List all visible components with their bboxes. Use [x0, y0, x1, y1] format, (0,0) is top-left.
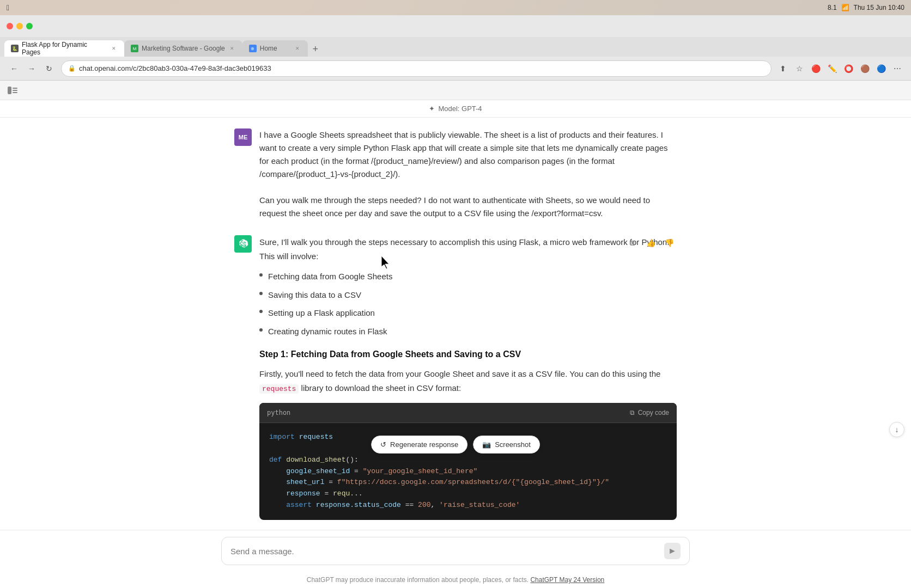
gpt-avatar — [234, 235, 252, 253]
gpt-message: Sure, I'll walk you through the steps ne… — [234, 235, 677, 528]
thumbs-up-button[interactable]: 👍 — [643, 235, 658, 250]
title-bar — [0, 15, 911, 37]
menubar-right: 8.1 📶 Thu 15 Jun 10:40 — [828, 4, 904, 11]
apple-logo-icon[interactable]:  — [7, 3, 9, 12]
tab-favicon-home: ⊕ — [249, 45, 257, 52]
user-para-2: Can you walk me through the steps needed… — [259, 194, 677, 220]
tab-close-marketing[interactable]: ✕ — [228, 45, 236, 52]
browser-window: 🐍 Flask App for Dynamic Pages ✕ M Market… — [0, 15, 911, 588]
regenerate-icon: ↺ — [380, 440, 386, 449]
code-header: python ⧉ Copy code — [259, 403, 677, 423]
svg-rect-2 — [13, 90, 17, 91]
extension-icon-1[interactable]: 🔴 — [809, 62, 823, 76]
regenerate-label: Regenerate response — [390, 440, 458, 449]
extension-icon-2[interactable]: ✏️ — [825, 62, 839, 76]
share-icon[interactable]: ⬆ — [776, 62, 790, 76]
user-message-text: I have a Google Sheets spreadsheet that … — [259, 128, 677, 220]
bottom-action-bar: ↺ Regenerate response 📷 Screenshot — [371, 436, 540, 454]
footer: ChatGPT may produce inaccurate informati… — [0, 572, 911, 588]
copy-label: Copy code — [638, 407, 669, 418]
forward-button[interactable]: → — [24, 61, 39, 76]
tab-favicon-flask: 🐍 — [11, 45, 19, 52]
tab-flask-app[interactable]: 🐍 Flask App for Dynamic Pages ✕ — [4, 40, 124, 57]
extension-icon-3[interactable]: ⭕ — [841, 62, 855, 76]
chat-area[interactable]: ME I have a Google Sheets spreadsheet th… — [0, 118, 911, 530]
tab-label-flask: Flask App for Dynamic Pages — [22, 41, 107, 56]
bullet-text-2: Saving this data to a CSV — [268, 288, 361, 302]
svg-rect-3 — [13, 92, 17, 93]
bullet-icon — [259, 310, 263, 313]
more-options-icon[interactable]: ⋯ — [890, 62, 904, 76]
bullet-text-1: Fetching data from Google Sheets — [268, 270, 392, 284]
step1-heading: Step 1: Fetching Data from Google Sheets… — [259, 347, 677, 362]
tab-label-home: Home — [260, 45, 277, 52]
sidebar-section — [0, 81, 911, 100]
list-item: Fetching data from Google Sheets — [259, 270, 677, 284]
code-language-label: python — [267, 407, 290, 418]
close-button[interactable] — [7, 23, 13, 29]
gpt-content: Sure, I'll walk you through the steps ne… — [259, 235, 677, 528]
tab-marketing[interactable]: M Marketing Software - Google ✕ — [124, 40, 242, 57]
screenshot-button[interactable]: 📷 Screenshot — [473, 436, 540, 454]
tabs-bar: 🐍 Flask App for Dynamic Pages ✕ M Market… — [0, 37, 911, 57]
reload-button[interactable]: ↻ — [41, 61, 57, 76]
gpt-intro: Sure, I'll walk you through the steps ne… — [259, 235, 677, 263]
footer-link[interactable]: ChatGPT May 24 Version — [530, 576, 604, 584]
minimize-button[interactable] — [16, 23, 23, 29]
footer-text: ChatGPT may produce inaccurate informati… — [307, 576, 529, 584]
screenshot-label: Screenshot — [495, 440, 531, 449]
menubar:  8.1 📶 Thu 15 Jun 10:40 — [0, 0, 911, 15]
message-input-container: ► — [221, 537, 690, 565]
inline-code-requests: requests — [259, 384, 299, 394]
bullet-icon — [259, 273, 263, 277]
openai-logo-icon — [238, 238, 248, 249]
message-input[interactable] — [230, 547, 659, 556]
model-label: Model: GPT-4 — [438, 105, 482, 113]
tab-home[interactable]: ⊕ Home ✕ — [242, 40, 308, 57]
menubar-battery: 8.1 — [828, 4, 837, 11]
list-item: Saving this data to a CSV — [259, 288, 677, 302]
copy-code-button[interactable]: ⧉ Copy code — [630, 407, 669, 418]
copy-icon: ⧉ — [630, 407, 635, 418]
menubar-left:  — [7, 3, 9, 12]
model-icon: ✦ — [429, 105, 435, 113]
traffic-lights — [7, 23, 33, 29]
input-area: ► — [0, 530, 911, 572]
tab-label-marketing: Marketing Software - Google — [142, 45, 225, 52]
user-message: ME I have a Google Sheets spreadsheet th… — [234, 128, 677, 220]
nav-buttons: ← → ↻ — [7, 61, 57, 76]
bullet-list: Fetching data from Google Sheets Saving … — [259, 270, 677, 338]
tab-close-home[interactable]: ✕ — [294, 45, 301, 52]
address-bar: ← → ↻ 🔒 chat.openai.com/c/2bc80ab3-030a-… — [0, 57, 911, 81]
lock-icon: 🔒 — [68, 65, 76, 72]
menubar-datetime: Thu 15 Jun 10:40 — [854, 4, 904, 11]
back-button[interactable]: ← — [7, 61, 22, 76]
regenerate-button[interactable]: ↺ Regenerate response — [371, 436, 467, 454]
toolbar-icons: ⬆ ☆ 🔴 ✏️ ⭕ 🟤 🔵 ⋯ — [776, 62, 904, 76]
thumbs-down-button[interactable]: 👎 — [661, 235, 677, 250]
svg-rect-0 — [8, 87, 11, 94]
scroll-down-button[interactable]: ↓ — [889, 422, 904, 437]
tab-favicon-marketing: M — [131, 45, 138, 52]
url-bar[interactable]: 🔒 chat.openai.com/c/2bc80ab3-030a-47e9-8… — [61, 60, 772, 77]
tab-close-flask[interactable]: ✕ — [110, 45, 118, 52]
menubar-wifi-icon: 📶 — [841, 4, 849, 11]
code-block: python ⧉ Copy code import requests def d… — [259, 403, 677, 520]
svg-rect-1 — [13, 88, 17, 89]
bullet-text-3: Setting up a Flask application — [268, 306, 375, 320]
step1-text: Firstly, you'll need to fetch the data f… — [259, 367, 677, 395]
bookmark-icon[interactable]: ☆ — [792, 62, 806, 76]
bullet-text-4: Creating dynamic routes in Flask — [268, 324, 387, 339]
send-button[interactable]: ► — [664, 543, 681, 559]
gpt-actions: ⧉ 👍 👎 — [624, 235, 677, 250]
maximize-button[interactable] — [26, 23, 33, 29]
new-tab-button[interactable]: + — [308, 41, 323, 57]
user-para-1: I have a Google Sheets spreadsheet that … — [259, 128, 677, 181]
chat-content: ME I have a Google Sheets spreadsheet th… — [221, 118, 690, 530]
extension-icon-5[interactable]: 🔵 — [874, 62, 888, 76]
sidebar-toggle-icon — [8, 87, 17, 94]
copy-message-button[interactable]: ⧉ — [624, 235, 640, 250]
extension-icon-4[interactable]: 🟤 — [858, 62, 872, 76]
sidebar-toggle-button[interactable] — [4, 84, 21, 97]
bullet-icon — [259, 328, 263, 332]
